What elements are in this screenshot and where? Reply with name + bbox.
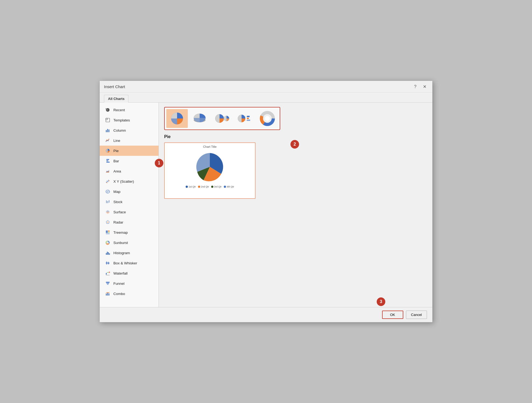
legend-item-1: 1st Qtr xyxy=(186,185,196,188)
sidebar-item-treemap[interactable]: Treemap xyxy=(100,227,159,238)
svg-point-12 xyxy=(107,181,108,182)
sidebar-item-line-label: Line xyxy=(113,139,120,143)
svg-rect-8 xyxy=(106,162,110,163)
sidebar-item-histogram-label: Histogram xyxy=(113,251,130,255)
pie-icon xyxy=(105,148,111,154)
sidebar-item-waterfall[interactable]: Waterfall xyxy=(100,268,159,278)
legend-3-label: 3rd Qtr xyxy=(214,185,222,188)
sidebar-item-stock[interactable]: Stock xyxy=(100,197,159,207)
sidebar-item-area[interactable]: Area xyxy=(100,166,159,176)
sidebar-item-treemap-label: Treemap xyxy=(113,231,128,235)
svg-rect-33 xyxy=(108,231,110,232)
sidebar-item-recent[interactable]: Recent xyxy=(100,105,159,115)
sidebar-item-pie-label: Pie xyxy=(113,149,119,153)
chart-type-barofpie-btn[interactable] xyxy=(234,109,256,128)
insert-chart-dialog: Insert Chart ? ✕ All Charts Recent xyxy=(99,81,433,322)
sidebar-item-waterfall-label: Waterfall xyxy=(113,271,128,275)
svg-point-61 xyxy=(177,118,177,119)
svg-rect-41 xyxy=(108,252,109,255)
svg-rect-69 xyxy=(247,116,250,117)
svg-rect-1 xyxy=(106,118,107,120)
sidebar-item-pie[interactable]: Pie xyxy=(100,146,159,156)
ok-button[interactable]: OK xyxy=(382,311,403,319)
sidebar-item-bar-label: Bar xyxy=(113,159,119,163)
waterfall-icon xyxy=(105,270,111,276)
title-bar: Insert Chart ? ✕ xyxy=(100,81,432,93)
close-button[interactable]: ✕ xyxy=(421,84,428,90)
dialog-title: Insert Chart xyxy=(104,84,125,89)
svg-rect-34 xyxy=(108,232,110,233)
chart-type-pieofpie-btn[interactable] xyxy=(211,109,233,128)
sidebar-item-templates[interactable]: Templates xyxy=(100,115,159,125)
sidebar-item-scatter[interactable]: X Y (Scatter) xyxy=(100,176,159,186)
svg-point-13 xyxy=(108,181,109,182)
sidebar-item-combo[interactable]: Combo xyxy=(100,289,159,299)
pie-chart-svg xyxy=(190,149,230,184)
legend-item-2: 2nd Qtr xyxy=(198,185,209,188)
svg-rect-70 xyxy=(247,118,249,119)
svg-rect-0 xyxy=(106,118,110,122)
svg-rect-49 xyxy=(106,273,107,275)
sidebar-item-sunburst-label: Sunburst xyxy=(113,241,128,245)
svg-rect-3 xyxy=(107,129,108,132)
svg-rect-56 xyxy=(107,284,109,285)
sidebar-item-radar[interactable]: Radar xyxy=(100,217,159,227)
line-icon xyxy=(105,138,111,143)
legend-item-3: 3rd Qtr xyxy=(211,185,222,188)
svg-rect-32 xyxy=(106,231,108,233)
legend-item-4: 4th Qtr xyxy=(224,185,234,188)
cancel-button[interactable]: Cancel xyxy=(406,311,427,319)
sidebar-item-funnel-label: Funnel xyxy=(113,282,124,286)
sidebar-item-area-label: Area xyxy=(113,169,121,173)
chart-type-3dpie-btn[interactable] xyxy=(189,109,210,128)
boxwhisker-icon xyxy=(105,260,111,266)
sidebar-item-histogram[interactable]: Histogram xyxy=(100,248,159,258)
sidebar-item-boxwhisker[interactable]: Box & Whisker xyxy=(100,258,159,268)
svg-rect-2 xyxy=(106,130,107,132)
help-button[interactable]: ? xyxy=(412,84,418,90)
svg-rect-52 xyxy=(109,272,110,273)
chart-type-pie-btn[interactable] xyxy=(166,109,188,128)
treemap-icon xyxy=(105,229,111,235)
preview-title: Chart Title xyxy=(203,145,217,148)
histogram-icon xyxy=(105,250,111,256)
sidebar-item-sunburst[interactable]: Sunburst xyxy=(100,238,159,248)
preview-card[interactable]: Chart Title xyxy=(164,142,256,199)
svg-rect-58 xyxy=(107,293,108,296)
svg-rect-39 xyxy=(106,253,107,255)
chart-legend: 1st Qtr 2nd Qtr 3rd Qtr 4th Qtr xyxy=(186,185,234,188)
svg-rect-40 xyxy=(107,252,108,255)
surface-icon xyxy=(105,209,111,215)
svg-point-78 xyxy=(265,116,270,121)
svg-rect-6 xyxy=(106,159,109,160)
svg-point-38 xyxy=(107,242,109,243)
sidebar-item-funnel[interactable]: Funnel xyxy=(100,278,159,289)
bar-icon xyxy=(105,158,111,164)
chart-type-selector xyxy=(164,107,280,130)
sidebar-item-column[interactable]: Column xyxy=(100,125,159,135)
area-icon xyxy=(105,168,111,174)
sidebar-item-stock-label: Stock xyxy=(113,200,123,204)
preview-grid: Chart Title xyxy=(164,142,427,199)
sidebar: Recent Templates xyxy=(100,103,159,307)
sidebar-item-map[interactable]: Map xyxy=(100,186,159,197)
radar-icon xyxy=(105,219,111,225)
column-icon xyxy=(105,127,111,133)
sidebar-item-surface-label: Surface xyxy=(113,210,126,214)
sidebar-item-radar-label: Radar xyxy=(113,220,123,224)
svg-rect-71 xyxy=(247,120,250,121)
svg-rect-59 xyxy=(109,293,109,296)
step-badge-3: 3 xyxy=(377,297,385,306)
sidebar-item-bar[interactable]: Bar xyxy=(100,156,159,166)
stock-icon xyxy=(105,199,111,205)
sidebar-item-line[interactable]: Line xyxy=(100,135,159,146)
svg-rect-35 xyxy=(106,233,110,234)
svg-rect-51 xyxy=(108,272,109,273)
sidebar-item-surface[interactable]: Surface xyxy=(100,207,159,217)
svg-point-16 xyxy=(107,182,107,183)
sidebar-item-recent-label: Recent xyxy=(113,108,125,112)
recent-icon xyxy=(105,107,111,113)
svg-marker-31 xyxy=(107,221,109,223)
chart-type-donut-btn[interactable] xyxy=(257,109,278,128)
all-charts-tab[interactable]: All Charts xyxy=(104,95,128,103)
